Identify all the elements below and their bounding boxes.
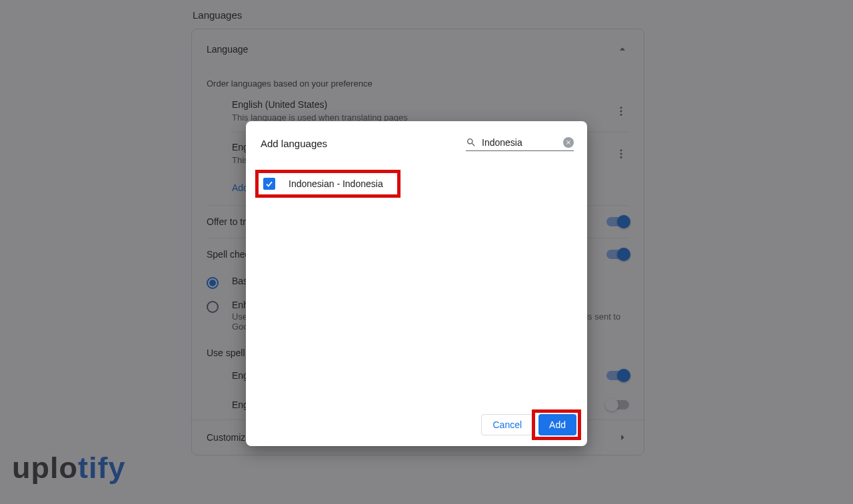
search-field[interactable] bbox=[466, 136, 574, 151]
search-icon bbox=[466, 137, 476, 148]
result-item[interactable]: Indonesian - Indonesia bbox=[261, 170, 572, 198]
results-list: Indonesian - Indonesia bbox=[246, 159, 587, 406]
search-input[interactable] bbox=[482, 137, 558, 148]
dialog-title: Add languages bbox=[261, 138, 327, 149]
cancel-button[interactable]: Cancel bbox=[481, 414, 533, 435]
dialog-actions: Cancel Add bbox=[246, 406, 587, 446]
clear-search-icon[interactable] bbox=[563, 137, 574, 148]
result-label: Indonesian - Indonesia bbox=[289, 178, 383, 189]
checkbox-icon[interactable] bbox=[263, 178, 275, 190]
add-button[interactable]: Add bbox=[538, 414, 576, 435]
add-languages-dialog: Add languages Indonesian - Indonesia Can… bbox=[246, 121, 587, 446]
